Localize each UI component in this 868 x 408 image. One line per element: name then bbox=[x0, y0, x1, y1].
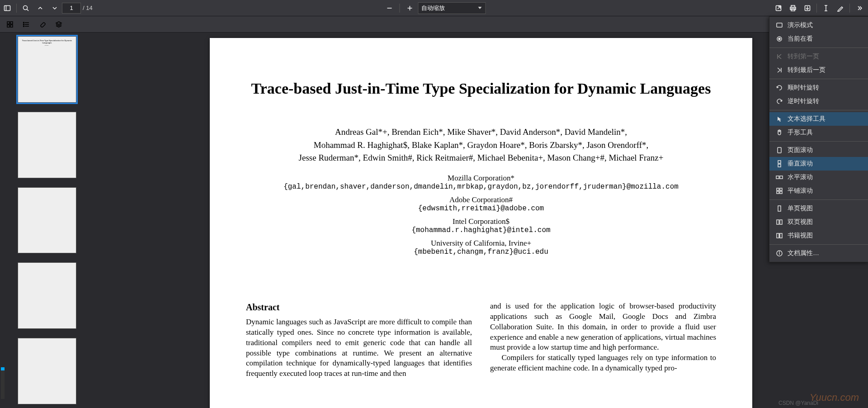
thumbnail-page-5[interactable] bbox=[18, 338, 76, 404]
menu-horizontal-scroll[interactable]: 水平滚动 bbox=[769, 171, 868, 184]
thumbnail-sidebar[interactable]: Trace-based Just-in-Time Type Specializa… bbox=[0, 33, 94, 408]
menu-single-page[interactable]: 单页视图 bbox=[769, 202, 868, 215]
paper-authors: Andreas Gal*+, Brendan Eich*, Mike Shave… bbox=[246, 126, 716, 165]
svg-line-8 bbox=[778, 6, 780, 9]
svg-rect-40 bbox=[7, 25, 9, 27]
affiliation-4: University of California, Irvine+ {mbebe… bbox=[246, 239, 716, 256]
zoom-in-button[interactable] bbox=[403, 1, 417, 15]
svg-rect-25 bbox=[777, 188, 779, 190]
paper-title: Trace-based Just-in-Time Type Specializa… bbox=[246, 79, 716, 99]
svg-rect-41 bbox=[10, 25, 13, 27]
svg-point-46 bbox=[24, 24, 24, 25]
previous-page-button[interactable] bbox=[33, 1, 47, 15]
menu-book-view[interactable]: 书籍视图 bbox=[769, 229, 868, 242]
menu-rotate-cw[interactable]: 顺时针旋转 bbox=[769, 81, 868, 95]
svg-point-47 bbox=[24, 26, 24, 27]
scroll-indicator bbox=[1, 367, 5, 399]
svg-rect-28 bbox=[780, 191, 782, 194]
affiliation-2: Adobe Corporation# {edwsmith,rreitmai}@a… bbox=[246, 195, 716, 213]
menu-text-select-tool[interactable]: 文本选择工具 bbox=[769, 112, 868, 126]
next-page-button[interactable] bbox=[47, 1, 62, 15]
draw-button[interactable] bbox=[833, 1, 848, 15]
download-button[interactable] bbox=[800, 1, 815, 15]
open-external-button[interactable] bbox=[771, 1, 786, 15]
page-1: Trace-based Just-in-Time Type Specializa… bbox=[210, 38, 752, 408]
thumbnail-page-4[interactable] bbox=[18, 262, 76, 329]
svg-rect-23 bbox=[776, 176, 779, 179]
menu-presentation-mode[interactable]: 演示模式 bbox=[769, 19, 868, 32]
menu-hand-tool[interactable]: 手形工具 bbox=[769, 126, 868, 139]
main-toolbar: / 14 自动缩放 演示模式 当前在看 转到第一页 转到最后一页 顺时针旋转 逆… bbox=[0, 0, 868, 16]
find-button[interactable] bbox=[19, 1, 33, 15]
menu-doc-properties[interactable]: 文档属性… bbox=[769, 247, 868, 260]
svg-point-37 bbox=[779, 252, 780, 252]
page-count-label: / 14 bbox=[83, 5, 93, 11]
secondary-toolbar-menu: 演示模式 当前在看 转到第一页 转到最后一页 顺时针旋转 逆时针旋转 文本选择工… bbox=[769, 16, 868, 262]
layers-view-button[interactable] bbox=[52, 17, 66, 32]
svg-rect-38 bbox=[7, 22, 9, 24]
menu-last-page[interactable]: 转到最后一页 bbox=[769, 63, 868, 77]
sidebar-toggle-button[interactable] bbox=[0, 1, 14, 15]
thumbnail-page-1[interactable]: Trace-based Just-in-Time Type Specializa… bbox=[18, 36, 76, 103]
svg-rect-26 bbox=[780, 188, 782, 190]
thumbnail-page-2[interactable] bbox=[18, 112, 76, 178]
page-number-input[interactable] bbox=[62, 3, 81, 14]
more-tools-button[interactable] bbox=[852, 1, 866, 15]
svg-rect-24 bbox=[780, 176, 783, 179]
svg-rect-27 bbox=[777, 191, 779, 194]
menu-wrapped-scroll[interactable]: 平铺滚动 bbox=[769, 184, 868, 198]
svg-line-3 bbox=[27, 9, 29, 11]
svg-rect-15 bbox=[777, 23, 782, 27]
attachments-view-button[interactable] bbox=[35, 17, 50, 32]
menu-vertical-scroll[interactable]: 垂直滚动 bbox=[769, 157, 868, 171]
svg-rect-39 bbox=[10, 22, 13, 24]
affiliation-3: Intel Corporation$ {mohammad.r.haghighat… bbox=[246, 217, 716, 234]
svg-rect-31 bbox=[780, 220, 782, 224]
zoom-out-button[interactable] bbox=[382, 1, 397, 15]
svg-rect-0 bbox=[5, 5, 10, 10]
abstract-right-column: and is used for the application logic of… bbox=[490, 301, 716, 380]
menu-rotate-ccw[interactable]: 逆时针旋转 bbox=[769, 95, 868, 108]
svg-rect-21 bbox=[778, 161, 781, 163]
svg-rect-33 bbox=[780, 233, 782, 238]
thumbnails-view-button[interactable] bbox=[3, 17, 17, 32]
abstract-left-column: Abstract Dynamic languages such as JavaS… bbox=[246, 301, 472, 380]
svg-rect-22 bbox=[778, 164, 781, 167]
print-button[interactable] bbox=[786, 1, 800, 15]
menu-current-view[interactable]: 当前在看 bbox=[769, 32, 868, 46]
svg-rect-32 bbox=[777, 233, 779, 238]
svg-marker-48 bbox=[56, 22, 61, 24]
svg-rect-20 bbox=[778, 147, 781, 153]
thumbnail-page-3[interactable] bbox=[18, 187, 76, 254]
svg-point-2 bbox=[24, 5, 28, 9]
outline-view-button[interactable] bbox=[19, 17, 33, 32]
menu-two-page[interactable]: 双页视图 bbox=[769, 215, 868, 229]
affiliation-1: Mozilla Corporation* {gal,brendan,shaver… bbox=[246, 174, 716, 191]
menu-first-page: 转到第一页 bbox=[769, 50, 868, 63]
svg-rect-30 bbox=[777, 220, 779, 224]
document-viewport[interactable]: Trace-based Just-in-Time Type Specializa… bbox=[94, 33, 868, 408]
svg-point-17 bbox=[778, 38, 780, 40]
menu-page-scroll[interactable]: 页面滚动 bbox=[769, 143, 868, 157]
zoom-select[interactable]: 自动缩放 bbox=[418, 2, 486, 14]
cursor-text-button[interactable] bbox=[819, 1, 833, 15]
svg-point-45 bbox=[24, 22, 24, 23]
sidebar-view-toolbar bbox=[0, 16, 868, 33]
svg-rect-29 bbox=[778, 206, 781, 211]
